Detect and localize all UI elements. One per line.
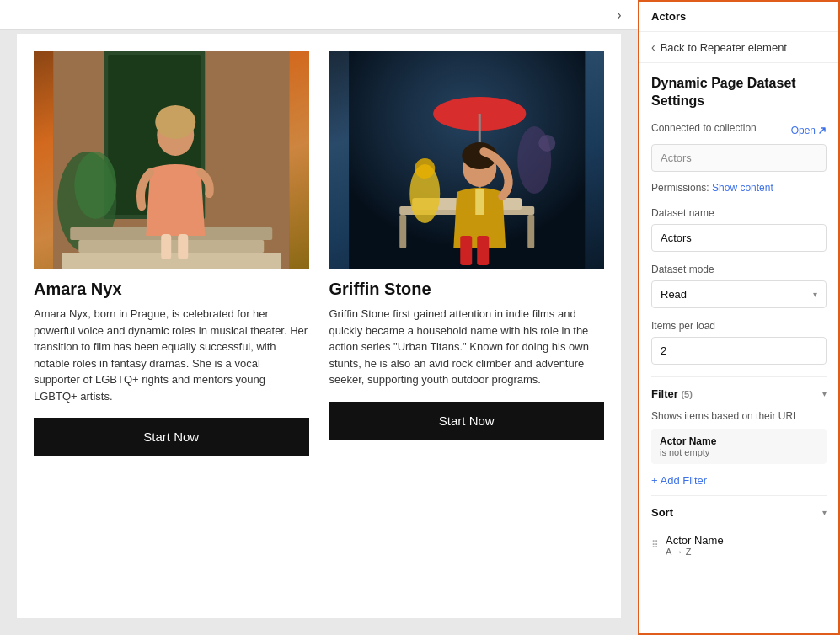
dataset-mode-value: Read [661, 288, 687, 301]
collection-name-input[interactable]: Actors [651, 144, 827, 172]
show-content-link[interactable]: Show content [712, 182, 773, 194]
permissions-row: Permissions: Show content [651, 182, 827, 194]
sort-label: Sort [651, 506, 673, 519]
actor-name-griffin: Griffin Stone [329, 280, 605, 299]
actor-card-amara: Amara Nyx Amara Nyx, born in Prague, is … [34, 51, 309, 456]
sort-collapse-icon: ▾ [822, 508, 827, 517]
back-arrow-icon: ‹ [651, 40, 655, 54]
sort-section-header[interactable]: Sort ▾ [651, 496, 827, 529]
back-button-label: Back to Repeater element [661, 41, 787, 54]
panel-header-title: Actors [651, 10, 686, 23]
sort-field-label: Actor Name [666, 534, 724, 547]
dataset-name-input[interactable] [651, 224, 827, 252]
sort-section: Sort ▾ ⠿ Actor Name A → Z [651, 495, 827, 562]
svg-rect-26 [460, 236, 472, 265]
open-collection-link[interactable]: Open [791, 125, 827, 136]
connected-label: Connected to collection [651, 122, 757, 134]
drag-handle-icon[interactable]: ⠿ [651, 539, 659, 551]
filter-collapse-icon: ▾ [822, 389, 827, 398]
chevron-down-icon: ▾ [813, 290, 817, 299]
filter-section-header[interactable]: Filter (5) ▾ [651, 377, 827, 410]
actor-image-amara [34, 51, 309, 269]
items-per-load-label: Items per load [651, 320, 827, 332]
collapse-panel-icon[interactable]: › [609, 5, 629, 25]
start-now-button-amara[interactable]: Start Now [34, 418, 309, 456]
canvas-content: Amara Nyx Amara Nyx, born in Prague, is … [17, 34, 621, 618]
svg-rect-28 [475, 189, 484, 215]
dataset-name-label: Dataset name [651, 207, 827, 219]
svg-rect-12 [178, 234, 188, 259]
permissions-label: Permissions: [651, 182, 709, 194]
actor-bio-griffin: Griffin Stone first gained attention in … [329, 306, 605, 388]
panel-body: Dynamic Page Dataset Settings Connected … [639, 63, 838, 633]
svg-rect-16 [399, 215, 406, 248]
items-per-load-input[interactable] [651, 337, 827, 365]
filter-field-label: Actor Name [660, 435, 818, 447]
right-panel: Actors ‹ Back to Repeater element Dynami… [638, 0, 840, 635]
actor-name-amara: Amara Nyx [34, 280, 309, 299]
sort-order-label: A → Z [666, 547, 724, 557]
actor-card-griffin: Griffin Stone Griffin Stone first gained… [329, 51, 605, 456]
actor-image-griffin [329, 51, 605, 269]
add-filter-button[interactable]: + Add Filter [651, 469, 827, 492]
connected-to-collection-row: Connected to collection Open [651, 122, 827, 139]
sort-item-actor-name: ⠿ Actor Name A → Z [651, 529, 827, 562]
top-bar: › [0, 0, 638, 30]
filter-label: Filter (5) [651, 387, 693, 400]
items-per-load-group: Items per load [651, 320, 827, 365]
filter-description: Shows items based on their URL [651, 410, 827, 422]
dataset-name-group: Dataset name [651, 207, 827, 252]
panel-header: Actors [639, 2, 838, 32]
dataset-mode-group: Dataset mode Read ▾ [651, 264, 827, 308]
svg-point-10 [155, 105, 195, 139]
svg-point-20 [538, 135, 555, 152]
filter-section: Filter (5) ▾ Shows items based on their … [651, 376, 827, 492]
filter-badge: (5) [681, 389, 692, 399]
back-button[interactable]: ‹ Back to Repeater element [639, 32, 838, 63]
actor-grid: Amara Nyx Amara Nyx, born in Prague, is … [34, 51, 604, 456]
settings-section-title: Dynamic Page Dataset Settings [651, 75, 827, 110]
canvas-area: › [0, 0, 638, 635]
filter-condition-label: is not empty [660, 447, 818, 457]
actor-bio-amara: Amara Nyx, born in Prague, is celebrated… [34, 306, 309, 404]
svg-rect-11 [161, 234, 171, 259]
dataset-mode-label: Dataset mode [651, 264, 827, 275]
sort-field-info: Actor Name A → Z [666, 534, 724, 557]
svg-point-5 [74, 152, 116, 219]
start-now-button-griffin[interactable]: Start Now [329, 402, 605, 440]
svg-rect-17 [527, 215, 534, 248]
svg-point-30 [415, 158, 435, 179]
filter-item-actor-name: Actor Name is not empty [651, 429, 827, 464]
svg-rect-27 [477, 236, 489, 265]
dataset-mode-select[interactable]: Read ▾ [651, 280, 827, 308]
